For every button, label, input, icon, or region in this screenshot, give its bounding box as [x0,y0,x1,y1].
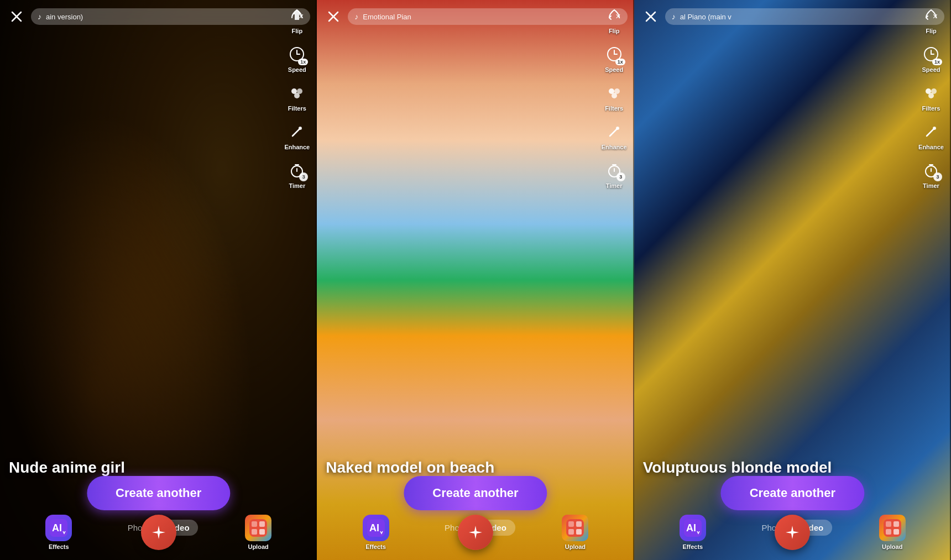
effects-label-2: Effects [365,543,386,550]
effects-icon-box-1: AI [45,515,72,541]
right-toolbar-2: Flip 1x Speed [594,0,634,560]
svg-text:AI: AI [686,522,696,533]
filters-tool-3[interactable]: Filters [921,83,941,112]
timer-label-2: Timer [606,182,623,189]
close-button-3[interactable] [641,7,661,27]
filters-tool-2[interactable]: Filters [604,83,624,112]
timer-label-1: Timer [289,182,305,189]
upload-label-1: Upload [248,543,268,550]
flip-tool-3[interactable]: Flip [921,6,941,34]
enhance-tool-3[interactable]: Enhance [918,122,944,150]
svg-rect-42 [893,521,899,527]
svg-point-21 [616,127,619,130]
create-center-btn-2[interactable] [458,515,493,550]
music-pill-2[interactable]: ♪ Emotional Pian × [348,8,627,25]
effects-label-1: Effects [49,543,69,550]
top-bar-2: ♪ Emotional Pian × [317,0,634,31]
flip-tool-1[interactable]: Flip [287,6,307,34]
timer-icon-1: 3 [287,160,307,180]
effects-nav-2[interactable]: AI Effects [363,515,389,550]
upload-icon-box-3 [879,515,906,541]
upload-icon-box-1 [245,515,271,541]
timer-label-3: Timer [923,182,939,189]
speed-tool-2[interactable]: 1x Speed [604,44,624,73]
create-center-btn-3[interactable] [775,515,810,550]
svg-text:AI: AI [52,522,62,533]
filters-label-1: Filters [288,105,306,112]
speed-badge-3: 1x [932,59,942,65]
timer-tool-1[interactable]: 3 Timer [287,160,307,189]
svg-text:AI: AI [369,522,379,533]
timer-tool-2[interactable]: 3 Timer [604,160,624,189]
top-bar-1: ♪ ain version) × [0,0,317,31]
svg-point-35 [928,93,934,98]
effects-icon-box-3: AI [680,515,706,541]
bottom-nav-3: AI Effects [634,505,951,560]
timer-badge-2: 3 [616,172,625,181]
flip-icon-3 [921,6,941,25]
top-bar-3: ♪ al Piano (main v × [634,0,951,31]
music-pill-3[interactable]: ♪ al Piano (main v × [665,8,944,25]
music-title-3: al Piano (main v [680,13,928,21]
create-center-btn-1[interactable] [141,515,176,550]
upload-nav-3[interactable]: Upload [879,515,906,550]
enhance-icon-2 [604,122,624,142]
speed-icon-3: 1x [921,44,941,64]
filters-icon-3 [921,83,941,103]
upload-nav-1[interactable]: Upload [245,515,271,550]
flip-tool-2[interactable]: Flip [604,6,624,34]
timer-badge-3: 3 [933,172,942,181]
effects-label-3: Effects [683,543,703,550]
speed-icon-1: 1x [287,44,307,64]
close-button-2[interactable] [323,7,343,27]
right-toolbar-1: Flip 1x Speed [277,0,317,560]
music-pill-1[interactable]: ♪ ain version) × [31,8,310,25]
close-button-1[interactable] [7,7,27,27]
svg-rect-29 [576,529,582,535]
speed-tool-3[interactable]: 1x Speed [921,44,941,73]
effects-nav-1[interactable]: AI Effects [45,515,72,550]
right-toolbar-3: Flip 1x Speed [911,0,951,560]
svg-rect-11 [252,521,257,527]
flip-icon-2 [604,6,624,25]
flip-label-1: Flip [292,28,303,34]
speed-badge-1: 1x [298,59,308,65]
timer-icon-3: 3 [921,160,941,180]
svg-rect-12 [259,521,265,527]
svg-rect-43 [886,529,891,535]
svg-rect-14 [259,529,265,535]
svg-point-36 [933,127,936,130]
filters-icon-2 [604,83,624,103]
music-icon-3: ♪ [672,12,676,21]
filters-icon-1 [287,83,307,103]
flip-label-2: Flip [609,28,620,34]
upload-icon-box-2 [562,515,588,541]
speed-badge-2: 1x [615,59,625,65]
speed-label-1: Speed [288,66,306,73]
upload-label-3: Upload [882,543,902,550]
speed-icon-2: 1x [604,44,624,64]
filters-label-2: Filters [605,105,623,112]
music-title-2: Emotional Pian [363,13,611,21]
enhance-tool-1[interactable]: Enhance [284,122,310,150]
timer-icon-2: 3 [604,160,624,180]
bottom-nav-2: AI Effects [317,505,634,560]
timer-tool-3[interactable]: 3 Timer [921,160,941,189]
speed-tool-1[interactable]: 1x Speed [287,44,307,73]
enhance-label-2: Enhance [602,144,627,150]
speed-label-3: Speed [922,66,940,73]
svg-rect-44 [893,529,899,535]
panel-2: ♪ Emotional Pian × Flip [317,0,634,560]
filters-tool-1[interactable]: Filters [287,83,307,112]
enhance-label-3: Enhance [918,144,944,150]
effects-nav-3[interactable]: AI Effects [680,515,706,550]
svg-rect-13 [252,529,257,535]
enhance-tool-2[interactable]: Enhance [602,122,627,150]
panel-3: ♪ al Piano (main v × Flip [634,0,951,560]
svg-rect-27 [576,521,582,527]
music-icon-1: ♪ [38,12,41,21]
flip-icon-1 [287,6,307,25]
upload-nav-2[interactable]: Upload [562,515,588,550]
timer-badge-1: 3 [299,172,308,181]
svg-rect-28 [568,529,574,535]
